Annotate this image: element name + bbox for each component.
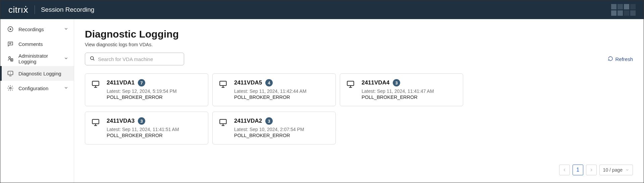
sidebar-item-label: Recordings [18,26,44,32]
machine-card-grid: 2411VDA1 7 Latest: Sep 12, 2024, 5:19:54… [85,73,633,144]
svg-point-1 [9,57,10,58]
machine-error: POLL_BROKER_ERROR [234,95,329,100]
pagination-next[interactable] [586,165,597,175]
machine-error: POLL_BROKER_ERROR [362,95,457,100]
machine-latest: Latest: Sep 11, 2024, 11:42:44 AM [234,88,329,94]
machine-latest: Latest: Sep 11, 2024, 11:41:47 AM [362,88,457,94]
chevron-down-icon [64,26,68,32]
sidebar-item-configuration[interactable]: Configuration [0,81,74,96]
monitor-icon [91,79,101,100]
brand-separator [35,5,35,14]
comment-icon [7,41,14,47]
diagnostic-icon [7,70,14,77]
main-content: Diagnostic Logging View diagnostic logs … [74,19,644,183]
svg-rect-6 [92,81,99,85]
search-icon [89,55,95,63]
user-avatar-placeholder[interactable] [611,4,636,16]
machine-card[interactable]: 2411VDA5 4 Latest: Sep 11, 2024, 11:42:4… [212,73,336,106]
machine-error: POLL_BROKER_ERROR [234,133,329,138]
machine-name: 2411VDA2 [234,118,262,124]
svg-rect-7 [220,81,226,85]
product-name: Session Recording [41,6,94,13]
sidebar-item-label: Configuration [18,85,48,91]
sidebar-item-label: Administrator Logging [18,53,59,64]
count-badge: 3 [393,79,400,86]
count-badge: 3 [138,117,145,125]
pagination-prev[interactable] [559,165,570,175]
machine-card[interactable]: 2411VDA1 7 Latest: Sep 12, 2024, 5:19:54… [85,73,208,106]
pagination-page-1[interactable]: 1 [573,165,583,175]
count-badge: 7 [138,79,145,86]
sidebar-item-diagnostic-logging[interactable]: Diagnostic Logging [0,66,74,81]
machine-error: POLL_BROKER_ERROR [107,95,202,100]
count-badge: 4 [265,79,273,86]
gear-icon [7,85,14,92]
machine-latest: Latest: Sep 11, 2024, 11:41:51 AM [107,127,202,132]
machine-name: 2411VDA3 [107,118,135,124]
svg-point-5 [91,57,94,60]
svg-rect-9 [92,119,99,124]
chevron-down-icon [64,85,68,91]
chevron-down-icon [625,168,629,172]
svg-rect-10 [220,119,226,124]
count-badge: 3 [265,117,273,125]
sidebar-item-label: Comments [18,41,43,47]
brand-logo: citrıẋ [8,5,29,15]
refresh-button[interactable]: Refresh [608,56,633,62]
machine-card[interactable]: 2411VDA2 3 Latest: Sep 10, 2024, 2:07:54… [212,112,336,144]
topbar-right [611,4,636,16]
machine-card[interactable]: 2411VDA4 3 Latest: Sep 11, 2024, 11:41:4… [340,73,463,106]
search-box[interactable] [85,53,184,65]
machine-name: 2411VDA4 [362,79,389,86]
pagination: 1 10 / page [559,165,633,175]
page-subtitle: View diagnostic logs from VDAs. [85,42,633,47]
top-bar: citrıẋ Session Recording [0,0,644,19]
chevron-down-icon [64,56,68,62]
sidebar: Recordings Comments Administrator Loggin… [0,19,74,183]
machine-latest: Latest: Sep 10, 2024, 2:07:54 PM [234,127,329,132]
page-title: Diagnostic Logging [85,28,633,40]
monitor-icon [91,117,101,138]
sidebar-item-admin-logging[interactable]: Administrator Logging [0,51,74,66]
pagination-size-select[interactable]: 10 / page [599,165,633,175]
machine-name: 2411VDA5 [234,79,262,86]
monitor-icon [219,79,228,100]
monitor-icon [346,79,356,100]
monitor-icon [219,117,228,138]
svg-rect-8 [347,81,354,85]
machine-name: 2411VDA1 [107,79,135,86]
machine-error: POLL_BROKER_ERROR [107,133,202,138]
refresh-label: Refresh [615,56,633,62]
pagination-size-label: 10 / page [603,167,623,173]
sidebar-item-recordings[interactable]: Recordings [0,22,74,37]
admin-log-icon [7,55,14,62]
toolbar: Refresh [85,53,633,65]
machine-latest: Latest: Sep 12, 2024, 5:19:54 PM [107,88,202,94]
refresh-icon [608,56,613,62]
search-input[interactable] [98,56,180,62]
svg-point-4 [10,87,11,89]
play-circle-icon [7,26,14,33]
machine-card[interactable]: 2411VDA3 3 Latest: Sep 11, 2024, 11:41:5… [85,112,208,144]
sidebar-item-label: Diagnostic Logging [18,71,61,76]
sidebar-item-comments[interactable]: Comments [0,37,74,51]
